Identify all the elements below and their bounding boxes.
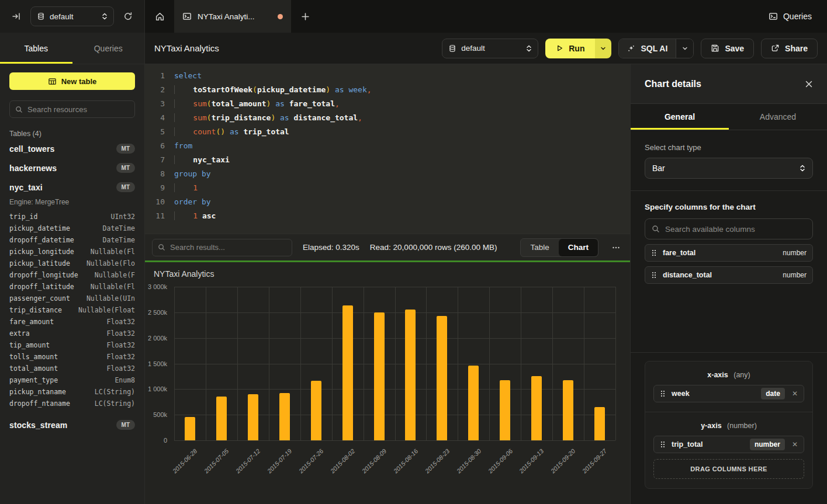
field-type: number: [783, 249, 807, 257]
database-selector-top[interactable]: default: [30, 6, 114, 26]
bar-2015-07-05[interactable]: [216, 397, 227, 440]
column-type: Enum8: [115, 376, 135, 384]
column-name: pickup_latitude: [9, 259, 70, 267]
column-name: tip_amount: [9, 341, 50, 349]
field-name: fare_total: [663, 249, 777, 257]
engine-badge: MT: [116, 144, 135, 154]
save-button[interactable]: Save: [701, 39, 754, 58]
table-row[interactable]: nyc_taxiMT: [9, 178, 135, 197]
search-results-input[interactable]: [170, 243, 286, 252]
chevron-updown-icon: [800, 164, 805, 172]
y-tick-label: 1 000k: [148, 385, 167, 392]
bar-2015-09-13[interactable]: [531, 376, 542, 440]
x-tick-label: 2015-09-27: [581, 447, 608, 474]
share-button[interactable]: Share: [761, 39, 818, 58]
code-text: sum(total_amount) as fare_total,: [174, 97, 340, 111]
run-button[interactable]: Run: [545, 39, 595, 58]
table-name: cell_towers: [9, 144, 54, 154]
y-tick-label: 3 000k: [148, 283, 167, 290]
x-axis-field-week[interactable]: week date ✕: [653, 385, 804, 402]
available-column-distance_total[interactable]: distance_totalnumber: [645, 266, 813, 284]
bar-2015-08-16[interactable]: [405, 310, 416, 440]
gridline-v: [521, 287, 521, 440]
gridline-v: [584, 287, 584, 440]
queries-button[interactable]: Queries: [769, 12, 812, 21]
chevron-updown-icon: [526, 44, 532, 53]
remove-field-icon[interactable]: ✕: [791, 440, 798, 449]
gridline-v: [237, 287, 238, 440]
bar-2015-09-06[interactable]: [500, 380, 510, 440]
gridline-v: [300, 287, 301, 440]
home-icon[interactable]: [145, 0, 174, 33]
column-row: dropoff_datetimeDateTime: [9, 234, 135, 246]
tab-title: NYTaxi Analyti...: [198, 12, 272, 21]
column-type: Nullable(Fl: [91, 248, 135, 256]
plus-icon[interactable]: [291, 0, 319, 33]
chart-title: NYTaxi Analytics: [154, 269, 214, 279]
remove-field-icon[interactable]: ✕: [791, 390, 798, 398]
database-selector-toolbar[interactable]: default: [442, 39, 538, 58]
bar-2015-07-26[interactable]: [311, 381, 321, 440]
bar-2015-07-19[interactable]: [279, 393, 290, 440]
table-row[interactable]: cell_towersMT: [9, 139, 135, 158]
line-number: 1: [152, 69, 165, 83]
column-name: payment_type: [9, 376, 58, 384]
code-line: 6from: [152, 139, 630, 153]
line-number: 10: [152, 195, 165, 209]
database-selector-value: default: [461, 44, 521, 53]
bar-2015-06-28[interactable]: [185, 417, 195, 440]
close-icon[interactable]: [805, 80, 813, 88]
tab-tables[interactable]: Tables: [0, 33, 72, 64]
x-tick-label: 2015-08-16: [392, 447, 418, 474]
y-axis-field-trip-total[interactable]: trip_total number ✕: [653, 436, 804, 453]
drag-columns-dropzone[interactable]: DRAG COLUMNS HERE: [653, 459, 804, 479]
drag-handle-icon[interactable]: [660, 390, 666, 398]
tab-queries[interactable]: Queries: [72, 33, 145, 64]
chart-type-select[interactable]: Bar: [645, 158, 813, 179]
tab-advanced[interactable]: Advanced: [729, 104, 827, 130]
sidebar-search: [9, 100, 135, 118]
bar-2015-08-30[interactable]: [468, 366, 479, 440]
table-row[interactable]: stocks_streamMT: [9, 415, 135, 435]
collapse-sidebar-icon[interactable]: [8, 8, 25, 25]
refresh-icon[interactable]: [120, 8, 136, 25]
chart-plot-area[interactable]: [174, 287, 615, 440]
sql-ai-options-button[interactable]: [676, 39, 693, 58]
bar-2015-08-09[interactable]: [374, 312, 385, 440]
gridline-v: [364, 287, 364, 440]
drag-handle-icon[interactable]: [660, 440, 666, 449]
bar-2015-09-20[interactable]: [563, 380, 573, 440]
bar-2015-09-27[interactable]: [594, 407, 605, 440]
toggle-chart[interactable]: Chart: [559, 239, 598, 256]
search-icon: [652, 225, 660, 233]
sql-ai-button[interactable]: SQL AI: [619, 39, 676, 58]
search-columns-input[interactable]: [665, 225, 806, 234]
table-row[interactable]: hackernewsMT: [9, 158, 135, 178]
run-options-button[interactable]: [595, 39, 611, 58]
tab-nytaxi-analytics[interactable]: NYTaxi Analyti...: [174, 0, 291, 33]
tab-general[interactable]: General: [631, 104, 729, 130]
y-tick-label: 0: [164, 437, 167, 444]
toggle-table[interactable]: Table: [521, 239, 558, 256]
bar-2015-08-02[interactable]: [342, 305, 353, 440]
bar-2015-07-12[interactable]: [248, 394, 258, 440]
new-table-button[interactable]: New table: [9, 72, 135, 90]
x-tick-label: 2015-08-02: [329, 447, 356, 474]
x-tick-label: 2015-07-12: [234, 447, 261, 474]
available-column-fare_total[interactable]: fare_totalnumber: [645, 244, 813, 262]
divider: [631, 352, 827, 353]
drag-handle-icon[interactable]: [651, 249, 657, 257]
drag-handle-icon[interactable]: [651, 271, 657, 279]
ellipsis-icon[interactable]: [609, 243, 623, 252]
gridline-v: [395, 287, 396, 440]
chevron-down-icon: [600, 46, 606, 51]
run-label: Run: [569, 44, 584, 53]
bar-2015-08-23[interactable]: [437, 316, 447, 440]
search-resources-input[interactable]: [27, 105, 129, 114]
x-axis-label: x-axis: [707, 371, 728, 379]
sql-editor[interactable]: 1select2 toStartOfWeek(pickup_datetime) …: [145, 64, 630, 234]
column-type: Nullable(UIn: [86, 294, 135, 303]
column-row: dropoff_latitudeNullable(Fl: [9, 281, 135, 293]
y-tick-label: 500k: [153, 411, 167, 418]
field-type: number: [783, 271, 807, 279]
